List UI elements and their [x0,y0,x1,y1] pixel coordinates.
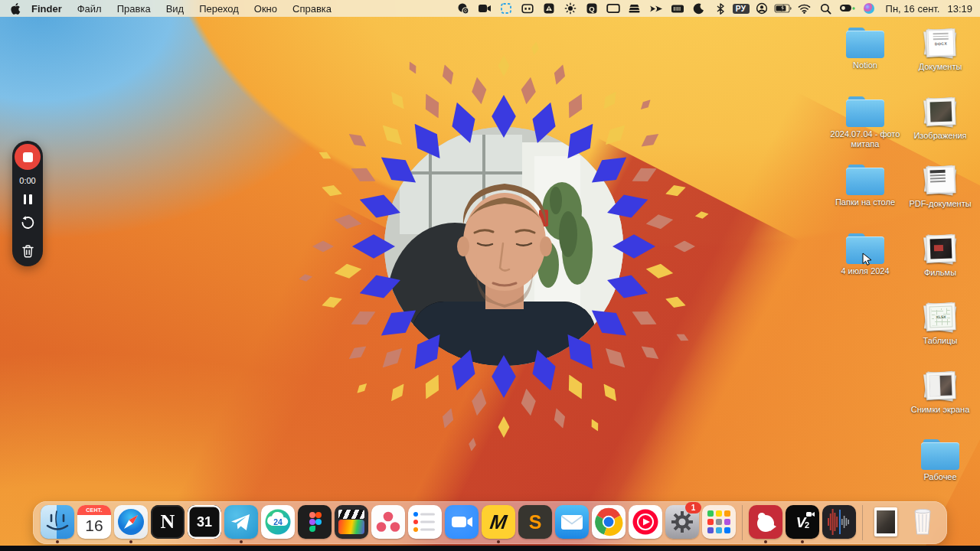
battery-icon[interactable] [774,2,792,15]
menu-item-переход[interactable]: Переход [191,3,247,15]
screen-select-icon[interactable] [497,2,515,15]
dock-item-figma[interactable] [298,505,332,540]
wifi-icon[interactable] [795,2,814,15]
dock-item-asana[interactable] [371,505,405,540]
q-box-icon[interactable]: Q [583,2,601,15]
youtube-music-icon [629,505,662,539]
webcam-video [384,127,623,366]
recording-timer: 0:00 [19,176,35,185]
stack-icon[interactable] [626,2,644,15]
desktop-icon-notion[interactable]: Notion [828,28,902,70]
warning-box-icon[interactable] [540,2,558,15]
bluetooth-icon[interactable] [711,2,730,15]
asana-icon [371,505,405,539]
menu-item-правка[interactable]: Правка [109,3,158,15]
desktop-icon-документы[interactable]: DOCXДокументы [903,28,977,72]
restart-button[interactable] [20,215,35,233]
frame-diamond [638,341,663,364]
running-indicator [764,540,767,543]
app-menus: Finder ФайлПравкаВидПереходОкноСправка [25,3,339,15]
dock-item-notion-calendar[interactable]: 31 [188,505,221,540]
dock-item-reminders[interactable] [408,505,442,540]
svg-text:24: 24 [273,517,283,527]
timer-icon[interactable]: 0 [454,2,472,15]
desktop-icon-фильмы[interactable]: Фильмы [903,233,977,278]
switch-icon[interactable] [838,2,857,15]
running-indicator [129,540,132,543]
frame-diamond [664,293,688,312]
delete-recording-button[interactable] [21,244,34,261]
dock-item-telegram[interactable] [224,505,258,540]
dock-item-system-settings[interactable]: 1 [665,505,699,540]
dock-item-final-cut-pro[interactable] [335,505,368,540]
menu-item-файл[interactable]: Файл [70,3,109,15]
dock-item-trash[interactable] [906,505,939,540]
menu-clock[interactable]: Пн, 16 сент. 13:19 [881,3,972,15]
video-camera-icon[interactable] [475,2,494,15]
menu-item-справка[interactable]: Справка [285,3,339,15]
frame-diamond [588,417,602,433]
menu-app-name[interactable]: Finder [25,3,70,15]
file-stack-icon: XLSX [920,302,960,334]
dock-item-notion[interactable]: N [151,505,185,540]
dock-item-safari[interactable] [114,505,148,540]
dock-item-zoom[interactable] [445,505,479,540]
stop-icon [23,152,33,162]
frame-diamond [530,41,541,55]
display-icon[interactable] [604,2,622,15]
dock-item-v2-camera-app[interactable]: V2 [786,505,819,540]
apple-menu-icon[interactable] [0,3,25,15]
moon-icon[interactable] [690,2,708,15]
desktop-icon-2024-07-04-фото-митапа[interactable]: 2024.07.04 - фото митапа [828,96,902,148]
frame-diamond [439,63,458,87]
frame-diamond [320,181,345,201]
desktop-icon-папки-на-столе[interactable]: Папки на столе [828,165,902,207]
frame-diamond [638,129,663,152]
frame-diamond [345,129,371,152]
dock-item-mail[interactable] [555,505,589,540]
dock-item-youtube-music[interactable] [629,505,662,540]
dock-item-chrome[interactable] [592,505,626,540]
frame-diamond [317,148,333,162]
frame-diamond [298,272,312,283]
frame-diamond [377,119,408,151]
user-account-icon[interactable] [753,2,771,15]
frame-diamond [562,371,590,403]
pause-button[interactable] [24,194,32,204]
stop-record-button[interactable] [15,144,41,170]
dock-item-sublime-text[interactable]: S [518,505,552,540]
desktop-icon-pdf-документы[interactable]: PDF-документы [903,165,977,209]
figma-icon [298,505,332,539]
sun-icon[interactable] [561,2,580,15]
barcode-icon[interactable] [668,2,687,15]
dock-item-bear[interactable] [749,505,782,540]
frame-diamond [469,387,489,417]
launchpad-icon [702,505,736,539]
dock-item-launchpad[interactable] [702,505,736,540]
dock-item-calendars-24[interactable]: 24 [261,505,295,540]
desktop-icon-таблицы[interactable]: XLSXТаблицы [903,302,977,346]
dock-item-audio-waveform-app[interactable] [822,505,856,540]
menu-item-вид[interactable]: Вид [158,3,192,15]
frame-diamond [645,211,675,232]
folder-icon [846,165,884,195]
menu-item-окно[interactable]: Окно [247,3,285,15]
dock-item-photo-file[interactable] [869,505,903,540]
desktop-icon-рабочее[interactable]: Рабочее [903,439,977,482]
dock-item-calendar[interactable]: СЕНТ.16 [77,505,111,540]
frame-diamond [320,293,345,312]
forward-icon[interactable] [647,2,665,15]
desktop-icon-снимки-экрана[interactable]: Снимки экрана [903,370,977,415]
siri-icon[interactable] [860,2,878,15]
desktop-icon-изображения[interactable]: Изображения [903,96,977,141]
desktop-icon-label: PDF-документы [909,199,971,209]
input-source-badge[interactable]: РУ [733,4,750,14]
dock-item-miro[interactable]: M [482,505,515,540]
search-icon[interactable] [817,2,835,15]
robot-icon[interactable] [518,2,537,15]
clock-date: Пн, 16 сент. [886,3,940,15]
dock-item-finder[interactable] [41,505,74,540]
frame-diamond [629,161,661,189]
running-indicator [56,540,59,543]
frame-diamond [345,341,371,364]
